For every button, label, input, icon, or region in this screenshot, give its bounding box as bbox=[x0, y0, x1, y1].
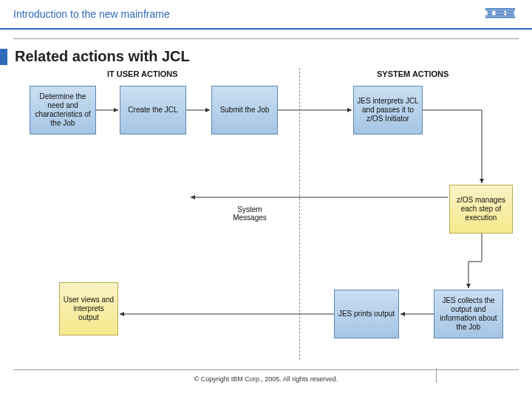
svg-rect-10 bbox=[506, 14, 514, 15]
footer-vbar bbox=[436, 368, 437, 383]
svg-rect-0 bbox=[485, 8, 515, 9]
svg-rect-3 bbox=[495, 11, 504, 12]
arrows-layer bbox=[7, 68, 525, 364]
title-accent-bar bbox=[0, 49, 7, 65]
svg-rect-7 bbox=[506, 13, 514, 13]
ibm-logo bbox=[482, 8, 519, 20]
svg-rect-4 bbox=[506, 11, 514, 12]
svg-rect-1 bbox=[485, 10, 515, 10]
svg-rect-12 bbox=[485, 17, 515, 18]
header-title: Introduction to the new mainframe bbox=[13, 8, 170, 20]
diagram: IT USER ACTIONS SYSTEM ACTIONS Determine… bbox=[7, 68, 525, 364]
slide-title-row: Related actions with JCL bbox=[0, 48, 532, 65]
header: Introduction to the new mainframe bbox=[0, 0, 532, 30]
svg-rect-8 bbox=[488, 14, 493, 15]
divider bbox=[13, 38, 519, 39]
slide-title: Related actions with JCL bbox=[15, 48, 190, 65]
footer-divider bbox=[13, 369, 519, 370]
svg-rect-2 bbox=[488, 11, 493, 12]
svg-rect-11 bbox=[485, 16, 515, 16]
copyright: © Copyright IBM Corp., 2005. All rights … bbox=[194, 375, 338, 383]
svg-rect-9 bbox=[495, 14, 504, 15]
svg-rect-5 bbox=[488, 13, 493, 13]
svg-rect-6 bbox=[495, 13, 505, 13]
